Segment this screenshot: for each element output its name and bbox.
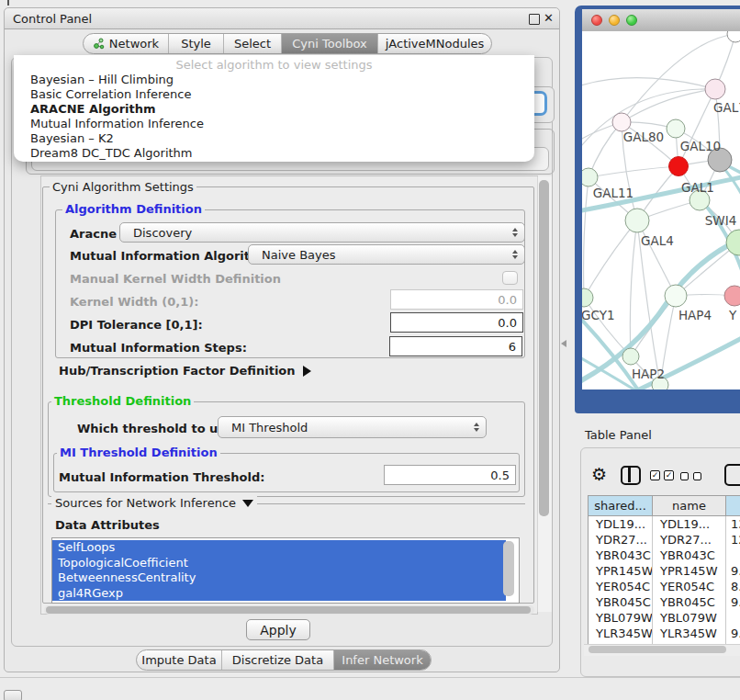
algorithm-option-bayesian-k2[interactable]: Bayesian – K2 xyxy=(28,131,534,146)
zoom-traffic-light-icon[interactable] xyxy=(626,15,637,26)
cell[interactable]: YLR345W xyxy=(589,626,653,641)
cell[interactable] xyxy=(726,610,740,626)
net-node-gcy1[interactable] xyxy=(582,288,593,307)
algorithm-option-basic-correlation-inference[interactable]: Basic Correlation Inference xyxy=(28,87,534,102)
minimize-traffic-light-icon[interactable] xyxy=(609,15,620,26)
tab-jactivemnodules[interactable]: jActiveMNodules xyxy=(377,34,491,53)
algorithm-option-bayesian-hill-climbing[interactable]: Bayesian – Hill Climbing xyxy=(28,73,534,87)
minimized-panel-icon[interactable] xyxy=(4,690,22,700)
select-all-checkbox-icon[interactable]: ✓ xyxy=(650,470,660,480)
cell[interactable]: YER054C xyxy=(653,579,726,594)
new-table-icon[interactable] xyxy=(724,464,740,486)
tab-select[interactable]: Select xyxy=(223,34,281,53)
net-node-hap4[interactable] xyxy=(665,285,687,307)
tab-cyni-toolbox[interactable]: Cyni Toolbox xyxy=(281,34,377,53)
attribute-item-topologicalcoefficient[interactable]: TopologicalCoefficient xyxy=(52,556,506,571)
column-header-name[interactable]: name xyxy=(653,496,726,516)
tab-impute-data[interactable]: Impute Data xyxy=(137,650,221,670)
deselect-all-checkbox-icon[interactable] xyxy=(680,472,689,480)
settings-hscrollbar-thumb[interactable] xyxy=(46,606,531,614)
cell[interactable]: YDL19... xyxy=(653,516,726,532)
tab-style[interactable]: Style xyxy=(168,34,223,53)
attribute-item-betweennesscentrality[interactable]: BetweennessCentrality xyxy=(52,570,506,586)
mi-algorithm-type-combobox[interactable]: Naive Bayes xyxy=(248,244,525,265)
mi-threshold-field[interactable]: 0.5 xyxy=(384,465,516,485)
cell[interactable]: YBL079W xyxy=(653,610,726,626)
attribute-item-selfloops[interactable]: SelfLoops xyxy=(52,540,506,556)
network-canvas[interactable]: GAL7GAL80GAL10GAL1SWI4GAL11GAL4GCY1HAP4Y… xyxy=(582,31,740,390)
net-node-gal10[interactable] xyxy=(667,119,685,138)
cell[interactable]: YER054C xyxy=(589,579,653,594)
panel-collapse-arrow-icon[interactable] xyxy=(561,340,566,347)
cell[interactable]: YBR045C xyxy=(589,594,653,610)
settings-vscrollbar-thumb[interactable] xyxy=(539,180,549,516)
sources-expander[interactable]: Sources for Network Inference xyxy=(51,496,257,510)
algorithm-option-mutual-information-inference[interactable]: Mutual Information Inference xyxy=(28,117,534,131)
tab-network[interactable]: Network xyxy=(84,34,168,53)
cell[interactable]: YPR145W xyxy=(589,563,653,579)
net-node-hap2[interactable] xyxy=(622,348,639,365)
deselect-all-checkbox-icon2[interactable] xyxy=(693,472,701,480)
column-layout-icon[interactable] xyxy=(621,466,641,485)
cell[interactable]: 8. xyxy=(726,579,740,594)
data-attributes-list[interactable]: SelfLoopsTopologicalCoefficientBetweenne… xyxy=(51,537,520,604)
table-hscrollbar-thumb[interactable] xyxy=(589,646,726,653)
tab-infer-network[interactable]: Infer Network xyxy=(333,650,431,670)
algorithm-option-dream8-dc-tdc-algorithm[interactable]: Dream8 DC_TDC Algorithm xyxy=(28,146,534,161)
net-node-gal7[interactable] xyxy=(705,79,725,99)
algorithm-option-aracne-algorithm[interactable]: ARACNE Algorithm xyxy=(28,102,534,117)
cell[interactable]: 9. xyxy=(726,594,740,610)
float-icon[interactable] xyxy=(529,14,540,25)
net-node-gal80[interactable] xyxy=(612,113,631,131)
column-header-shared[interactable]: shared... xyxy=(589,496,653,516)
net-node[interactable] xyxy=(727,31,740,42)
attributes-vscrollbar-thumb[interactable] xyxy=(503,541,514,596)
cell[interactable]: YDL19... xyxy=(589,516,653,532)
net-node-gal4[interactable] xyxy=(625,209,649,232)
table-row[interactable]: YPR145WYPR145W9. xyxy=(589,563,740,579)
cell[interactable]: YLR345W xyxy=(653,626,726,641)
which-threshold-combobox[interactable]: MI Threshold xyxy=(218,416,487,438)
net-node-label: GCY1 xyxy=(582,308,615,322)
cell[interactable]: 12 xyxy=(726,532,740,548)
network-graph[interactable]: GAL7GAL80GAL10GAL1SWI4GAL11GAL4GCY1HAP4Y… xyxy=(582,31,740,390)
table-row[interactable]: YLR345WYLR345W9. xyxy=(589,626,740,641)
cell[interactable]: YDR27... xyxy=(589,532,653,548)
table-row[interactable]: YBR043CYBR043C xyxy=(589,548,740,563)
cell[interactable]: YDR27... xyxy=(653,532,726,548)
close-icon[interactable]: ✕ xyxy=(544,11,554,25)
node-table[interactable]: shared...name YDL19...YDL19...13YDR27...… xyxy=(588,495,740,648)
apply-button[interactable]: Apply xyxy=(246,619,310,640)
tab-discretize-data[interactable]: Discretize Data xyxy=(221,650,333,670)
cell[interactable]: YPR145W xyxy=(653,563,726,579)
cell[interactable]: YBR043C xyxy=(589,548,653,563)
gear-icon[interactable]: ⚙ xyxy=(591,464,607,484)
network-window-titlebar[interactable] xyxy=(582,9,740,32)
column-header-blank[interactable] xyxy=(726,496,740,516)
algorithm-dropdown[interactable]: Select algorithm to view settings Bayesi… xyxy=(14,55,534,162)
cell[interactable]: YBR045C xyxy=(653,594,726,610)
table-row[interactable]: YER054CYER054C8. xyxy=(589,579,740,594)
cell[interactable]: YBR043C xyxy=(653,548,726,563)
cell[interactable]: 9. xyxy=(726,563,740,579)
select-all-checkbox-icon2[interactable]: ✓ xyxy=(664,470,674,480)
table-row[interactable]: YBR045CYBR045C9. xyxy=(589,594,740,610)
attribute-item-gal4rgexp[interactable]: gal4RGexp xyxy=(52,586,506,602)
net-node-gal11[interactable] xyxy=(582,168,598,186)
cell[interactable]: 13 xyxy=(726,516,740,532)
mi-steps-field[interactable]: 6 xyxy=(389,336,522,356)
table-row[interactable]: YDR27...YDR27...12 xyxy=(589,532,740,548)
hub-definition-expander[interactable]: Hub/Transcription Factor Definition xyxy=(59,364,311,378)
cell[interactable]: YBL079W xyxy=(589,610,653,626)
aracne-mode-combobox[interactable]: Discovery xyxy=(119,222,525,243)
cell[interactable]: 9. xyxy=(726,626,740,641)
net-node-y[interactable] xyxy=(724,286,740,306)
table-row[interactable]: YBL079WYBL079W xyxy=(589,610,740,626)
net-node-gal1[interactable] xyxy=(669,157,689,176)
dpi-tolerance-field[interactable]: 0.0 xyxy=(390,312,523,333)
kernel-width-field[interactable]: 0.0 xyxy=(390,289,523,310)
manual-kernel-checkbox[interactable] xyxy=(502,271,518,285)
table-row[interactable]: YDL19...YDL19...13 xyxy=(589,516,740,532)
cell[interactable] xyxy=(726,548,740,563)
close-traffic-light-icon[interactable] xyxy=(591,15,602,26)
